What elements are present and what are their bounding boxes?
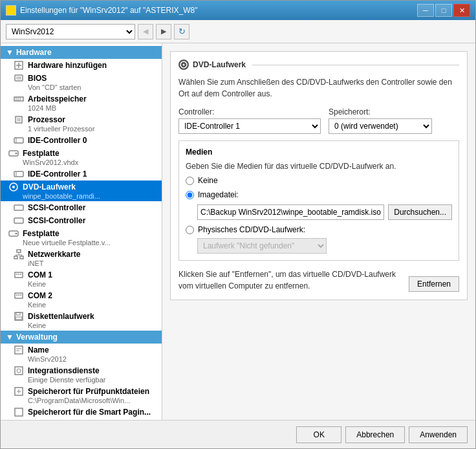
floppy-icon bbox=[14, 311, 24, 322]
storage-select[interactable]: 0 (wird verwendet) bbox=[329, 118, 432, 134]
sidebar-item-scsi1[interactable]: SCSI-Controller bbox=[1, 214, 162, 227]
minimize-button[interactable]: ─ bbox=[417, 4, 434, 17]
com1-icon bbox=[14, 270, 24, 280]
name-icon bbox=[14, 345, 24, 355]
sidebar-item-prozessor[interactable]: Prozessor 1 virtueller Prozessor bbox=[1, 113, 162, 134]
ide0-icon bbox=[14, 135, 24, 146]
svg-point-39 bbox=[16, 294, 17, 296]
radio-image-input[interactable] bbox=[186, 191, 194, 199]
svg-point-49 bbox=[17, 369, 21, 373]
close-button[interactable]: ✕ bbox=[453, 4, 470, 17]
browse-button[interactable]: Durchsuchen... bbox=[388, 204, 452, 220]
ide1-icon bbox=[14, 169, 24, 179]
content-area: DVD-Laufwerk Wählen Sie zum Anschließen … bbox=[162, 43, 475, 420]
scsi1-label: SCSI-Controller bbox=[28, 216, 85, 225]
toolbar: WinSrv2012 ◀ ▶ ↻ bbox=[1, 20, 475, 43]
svg-rect-48 bbox=[15, 367, 23, 375]
speicherort-pruefpunkt-sub: C:\ProgramData\Microsoft\Win... bbox=[28, 397, 157, 404]
svg-rect-2 bbox=[8, 11, 10, 14]
radio-none-label[interactable]: Keine bbox=[198, 176, 218, 185]
radio-physical-row: Physisches CD/DVD-Laufwerk: bbox=[186, 225, 452, 234]
speicherort-paging-label: Speicherort für die Smart Pagin... bbox=[28, 408, 151, 417]
radio-physical-label[interactable]: Physisches CD/DVD-Laufwerk: bbox=[198, 225, 305, 234]
svg-point-40 bbox=[18, 294, 19, 296]
panel-title: DVD-Laufwerk bbox=[178, 60, 459, 70]
name-sub: WinSrv2012 bbox=[28, 355, 157, 363]
arbeitsspeicher-sub: 1024 MB bbox=[28, 104, 157, 112]
radio-none-input[interactable] bbox=[186, 177, 194, 185]
verwaltung-section-label: Verwaltung bbox=[16, 333, 58, 342]
ok-button[interactable]: OK bbox=[296, 426, 341, 443]
com2-icon bbox=[14, 290, 24, 301]
com2-label: COM 2 bbox=[28, 291, 52, 300]
radio-image-label[interactable]: Imagedatei: bbox=[198, 190, 239, 199]
main-area: ▼ Hardware Hardware hinzufügen bbox=[1, 43, 475, 420]
remove-section: Klicken Sie auf "Entfernen", um das virt… bbox=[178, 268, 459, 292]
image-path-input[interactable] bbox=[197, 204, 384, 220]
image-path-row: Durchsuchen... bbox=[197, 204, 452, 220]
netzwerkkarte-sub: iNET bbox=[28, 259, 157, 267]
svg-rect-14 bbox=[17, 118, 21, 122]
verwaltung-section-header[interactable]: ▼ Verwaltung bbox=[1, 331, 162, 344]
bios-sub: Von "CD" starten bbox=[28, 83, 157, 91]
network-icon bbox=[14, 249, 24, 259]
nav-back-button[interactable]: ◀ bbox=[138, 24, 153, 39]
sidebar-item-ide0[interactable]: IDE-Controller 0 bbox=[1, 134, 162, 147]
svg-rect-45 bbox=[15, 346, 23, 354]
radio-physical-input[interactable] bbox=[186, 226, 194, 234]
sidebar-item-name[interactable]: Name WinSrv2012 bbox=[1, 344, 162, 364]
sidebar: ▼ Hardware Hardware hinzufügen bbox=[1, 43, 162, 420]
sidebar-item-com1[interactable]: COM 1 Keine bbox=[1, 268, 162, 289]
sidebar-item-diskette[interactable]: Diskettenlaufwerk Keine bbox=[1, 310, 162, 331]
sidebar-item-integrationsdienste[interactable]: Integrationsdienste Einige Dienste verfü… bbox=[1, 364, 162, 385]
integrationsdienste-sub: Einige Dienste verfügbar bbox=[28, 376, 157, 384]
sidebar-item-scsi0[interactable]: SCSI-Controller bbox=[1, 201, 162, 214]
sidebar-item-ide1[interactable]: IDE-Controller 1 bbox=[1, 168, 162, 181]
bios-label: BIOS bbox=[28, 74, 47, 83]
panel-title-text: DVD-Laufwerk bbox=[193, 60, 246, 69]
sidebar-item-netzwerkkarte[interactable]: Netzwerkkarte iNET bbox=[1, 248, 162, 268]
sidebar-item-speicherort-pruefpunkt[interactable]: Speicherort für Prüfpunktdateien C:\Prog… bbox=[1, 385, 162, 406]
integration-icon bbox=[14, 366, 24, 376]
svg-rect-29 bbox=[20, 256, 23, 259]
sidebar-item-festplatte0[interactable]: Festplatte WinSrv2012.vhdx bbox=[1, 147, 162, 168]
scsi0-label: SCSI-Controller bbox=[28, 203, 85, 212]
verwaltung-arrow: ▼ bbox=[6, 333, 14, 342]
scsi1-icon bbox=[14, 215, 24, 226]
bottom-bar: OK Abbrechen Anwenden bbox=[1, 420, 475, 448]
diskette-label: Diskettenlaufwerk bbox=[28, 312, 94, 321]
radio-image-row: Imagedatei: bbox=[186, 190, 452, 199]
maximize-button[interactable]: □ bbox=[435, 4, 452, 17]
cancel-button[interactable]: Abbrechen bbox=[345, 426, 405, 443]
sidebar-item-speicherort-paging[interactable]: Speicherort für die Smart Pagin... bbox=[1, 406, 162, 419]
physical-drive-select[interactable]: Laufwerk "Nicht gefunden" bbox=[197, 238, 327, 254]
refresh-button[interactable]: ↻ bbox=[174, 24, 189, 39]
controller-select[interactable]: IDE-Controller 1 bbox=[178, 118, 321, 134]
ide1-label: IDE-Controller 1 bbox=[28, 170, 87, 179]
svg-point-55 bbox=[183, 64, 185, 66]
vm-select[interactable]: WinSrv2012 bbox=[6, 24, 135, 39]
nav-forward-button[interactable]: ▶ bbox=[156, 24, 171, 39]
festplatte0-sub: WinSrv2012.vhdx bbox=[23, 159, 157, 166]
netzwerkkarte-label: Netzwerkkarte bbox=[28, 250, 80, 259]
svg-rect-8 bbox=[16, 76, 21, 80]
hardware-section-header[interactable]: ▼ Hardware bbox=[1, 46, 162, 59]
sidebar-item-com2[interactable]: COM 2 Keine bbox=[1, 289, 162, 310]
dvd-icon bbox=[8, 182, 19, 192]
com1-label: COM 1 bbox=[28, 270, 52, 279]
sidebar-item-bios[interactable]: BIOS Von "CD" starten bbox=[1, 72, 162, 93]
remove-button[interactable]: Entfernen bbox=[409, 276, 459, 292]
svg-rect-3 bbox=[12, 11, 14, 14]
panel-description: Wählen Sie zum Anschließen des CD/DVD-La… bbox=[178, 76, 459, 100]
window-icon bbox=[6, 5, 16, 16]
sidebar-item-arbeitsspeicher[interactable]: Arbeitsspeicher 1024 MB bbox=[1, 93, 162, 113]
remove-description: Klicken Sie auf "Entfernen", um das virt… bbox=[178, 268, 409, 292]
storage-group: Speicherort: 0 (wird verwendet) bbox=[329, 107, 432, 134]
svg-point-18 bbox=[16, 153, 17, 155]
hardware-hinzufuegen-label: Hardware hinzufügen bbox=[28, 61, 107, 70]
sidebar-item-festplatte1[interactable]: Festplatte Neue virtuelle Festplatte.v..… bbox=[1, 227, 162, 248]
sidebar-item-hardware-hinzufuegen[interactable]: Hardware hinzufügen bbox=[1, 59, 162, 72]
apply-button[interactable]: Anwenden bbox=[409, 426, 468, 443]
sidebar-item-dvd-laufwerk[interactable]: DVD-Laufwerk winpe_bootable_ramdi... bbox=[1, 181, 162, 201]
dvd-panel-icon bbox=[178, 60, 189, 70]
